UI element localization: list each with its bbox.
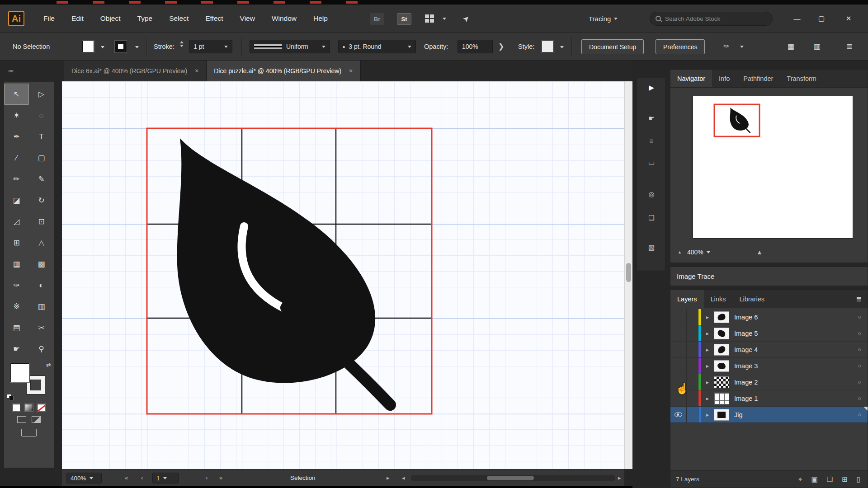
lock-toggle[interactable] [687, 358, 698, 374]
blend-tool[interactable]: ◐ [29, 275, 54, 296]
status-play-icon[interactable]: ▸ [387, 469, 390, 487]
vertical-scrollbar[interactable] [624, 81, 632, 469]
shape-builder-tool[interactable]: ⊞ [4, 232, 29, 253]
delete-layer-icon[interactable]: ▯ [857, 475, 860, 483]
layer-thumbnail[interactable] [714, 376, 729, 388]
eyedropper-tool[interactable]: ✑ [4, 275, 29, 296]
opacity-panel-arrow-icon[interactable]: ❯ [498, 33, 504, 61]
panel-tab[interactable]: Links [704, 290, 733, 308]
layer-target-icon[interactable]: ○ [858, 411, 861, 418]
brushes-caret-icon[interactable] [740, 46, 744, 48]
fill-caret-icon[interactable] [101, 46, 104, 48]
workspace-caret-icon[interactable] [443, 18, 446, 20]
rectangle-tool[interactable]: ▢ [29, 147, 54, 169]
appearance-panel-icon[interactable]: ❏ [637, 214, 666, 222]
layer-thumbnail[interactable] [714, 393, 729, 404]
layer-name[interactable]: Image 5 [734, 330, 758, 337]
visibility-toggle[interactable] [670, 309, 687, 325]
swap-colors-icon[interactable]: ⇄ [46, 361, 51, 368]
stroke-caret-icon[interactable] [135, 46, 139, 48]
menu-item[interactable]: Type [137, 14, 153, 23]
search-input[interactable] [665, 15, 755, 22]
restore-button[interactable]: ▢ [812, 5, 831, 33]
menu-item[interactable]: View [240, 14, 255, 23]
document-tab[interactable]: Dice puzzle.ai* @ 400% (RGB/GPU Preview)… [207, 61, 361, 81]
first-artboard-icon[interactable]: « [125, 469, 128, 487]
column-graph-tool[interactable]: ▥ [29, 296, 54, 317]
clipping-mask-icon[interactable]: ▣ [811, 475, 818, 483]
style-swatch[interactable] [542, 41, 553, 52]
free-transform-tool[interactable]: ⊡ [29, 211, 54, 232]
selection-tool[interactable]: ↖ [4, 84, 29, 105]
stroke-weight-stepper[interactable] [180, 41, 184, 47]
last-artboard-icon[interactable]: » [219, 469, 222, 487]
stroke-weight-dropdown[interactable]: 1 pt [189, 40, 232, 53]
zoom-in-icon[interactable]: ▲ [756, 249, 763, 256]
Image 2[interactable]: ▸ Image 2 ○ [670, 374, 868, 390]
layer-thumbnail[interactable] [714, 311, 729, 323]
layers-panel-menu-icon[interactable]: ≣ [856, 290, 862, 308]
new-layer-icon[interactable]: ⊞ [842, 475, 848, 483]
zoom-level-dropdown[interactable]: 400% [66, 473, 102, 483]
screen-mode-button[interactable] [4, 425, 54, 440]
layer-target-icon[interactable]: ○ [858, 395, 861, 402]
expand-layer-icon[interactable]: ▸ [701, 330, 714, 337]
zoom-tool[interactable]: ⚲ [29, 338, 54, 360]
type-tool[interactable]: T [29, 126, 54, 147]
layer-thumbnail[interactable] [714, 360, 729, 372]
document-setup-button[interactable]: Document Setup [581, 39, 644, 54]
columns-icon[interactable]: ▥ [814, 33, 821, 61]
gradient-tool[interactable]: ▩ [29, 253, 54, 275]
new-sublayer-icon[interactable]: ❏ [827, 475, 833, 483]
style-caret-icon[interactable] [560, 46, 564, 48]
attributes-panel-icon[interactable]: ◎ [637, 190, 666, 198]
eraser-tool[interactable]: ◪ [4, 190, 29, 211]
menu-item[interactable]: Effect [205, 14, 223, 23]
bridge-icon[interactable]: Br [370, 13, 384, 25]
layer-name[interactable]: Image 1 [734, 395, 758, 402]
image-trace-panel[interactable]: Image Trace [670, 267, 868, 286]
layer-target-icon[interactable]: ○ [858, 346, 861, 353]
draw-behind-icon[interactable] [32, 416, 41, 423]
paintbrush-tool[interactable]: ✏ [4, 169, 29, 190]
rotate-tool[interactable]: ↻ [29, 190, 54, 211]
navigator-proxy-view[interactable] [713, 103, 760, 138]
stroke-color-swatch[interactable] [115, 41, 127, 52]
fill-color-swatch[interactable] [82, 41, 94, 52]
mesh-tool[interactable]: ▦ [4, 253, 29, 275]
zoom-caret-icon[interactable] [707, 251, 710, 253]
pencil-tool[interactable]: ✎ [29, 169, 54, 190]
stroke-profile-dropdown[interactable]: Uniform [250, 40, 330, 53]
direct-selection-tool[interactable]: ▷ [29, 84, 54, 105]
draw-normal-icon[interactable] [17, 416, 26, 423]
panel-tab[interactable]: Navigator [670, 70, 712, 87]
visibility-toggle[interactable] [670, 342, 687, 357]
layer-target-icon[interactable]: ○ [858, 379, 861, 385]
layer-target-icon[interactable]: ○ [858, 314, 861, 320]
Image 4[interactable]: ▸ Image 4 ○ [670, 342, 868, 358]
horizontal-scrollbar[interactable] [411, 475, 615, 481]
navigator-zoom-value[interactable]: 400% [687, 249, 703, 256]
layer-name[interactable]: Jig [734, 411, 743, 418]
magic-wand-tool[interactable]: ✶ [4, 105, 29, 126]
Image 3[interactable]: ▸ Image 3 ○ [670, 358, 868, 374]
gpu-performance-icon[interactable]: ➤ [461, 13, 472, 24]
lock-toggle[interactable] [687, 407, 698, 422]
Image 6[interactable]: ▸ Image 6 ○ [670, 309, 868, 325]
panel-tab[interactable]: Info [712, 70, 736, 87]
expand-layer-icon[interactable]: ▸ [701, 314, 714, 320]
swatches-panel-icon[interactable]: ▧ [637, 244, 666, 252]
close-button[interactable]: ✕ [839, 5, 858, 33]
panel-tab[interactable]: Libraries [732, 290, 771, 308]
lasso-tool[interactable]: ◌ [29, 105, 54, 126]
layer-target-icon[interactable]: ○ [858, 330, 861, 337]
line-segment-tool[interactable]: ∕ [4, 147, 29, 169]
visibility-toggle[interactable] [670, 407, 687, 422]
hand-panel-icon[interactable]: ☛ [637, 114, 666, 122]
opacity-field[interactable]: 100% [458, 40, 493, 53]
layer-name[interactable]: Image 4 [734, 346, 758, 353]
close-tab-icon[interactable]: ✕ [349, 68, 353, 74]
workspace-switcher-icon[interactable] [425, 14, 434, 23]
next-artboard-icon[interactable]: › [206, 469, 208, 487]
canvas[interactable] [62, 81, 624, 469]
